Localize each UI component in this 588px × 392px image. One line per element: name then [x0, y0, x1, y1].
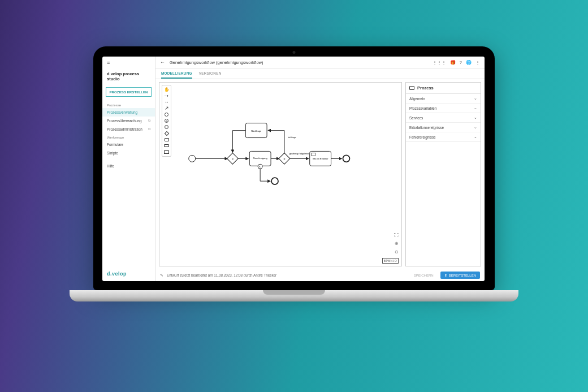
app-screen: ≡ d.velop process studio PROZESS ERSTELL… — [102, 57, 485, 281]
property-row-label: Prozessvariablen — [409, 106, 436, 110]
status-text: Entwurf zuletzt bearbeitet am 11.08.2023… — [167, 273, 276, 277]
diagram-node-info[interactable]: Info an Ersteller — [313, 157, 328, 160]
sidebar-item-prozessverwaltung[interactable]: Prozessverwaltung — [102, 108, 155, 117]
diagram-label-genehmigt: genehmigt / abgelehnt — [289, 153, 309, 155]
svg-text:⏱: ⏱ — [259, 165, 261, 168]
zoom-out-icon[interactable]: ⊖ — [394, 249, 399, 255]
svg-text:×: × — [232, 157, 234, 161]
tab-modellierung[interactable]: MODELLIERUNG — [161, 68, 192, 79]
property-row-allgemein[interactable]: Allgemein ⌄ — [406, 94, 481, 104]
zoom-in-icon[interactable]: ⊕ — [394, 241, 399, 246]
property-header: Prozess — [406, 83, 481, 94]
nav-section-tools: Werkzeuge — [102, 133, 155, 140]
workspace: ✋ ⇢ ↔ ↗ — [155, 79, 485, 269]
property-row-prozessvariablen[interactable]: Prozessvariablen ⌄ — [406, 104, 481, 113]
gift-icon[interactable]: 🎁 — [450, 60, 456, 65]
apps-grid-icon[interactable]: ⋮⋮⋮ — [433, 60, 446, 65]
laptop-notch — [263, 290, 325, 295]
footer: ✎ Entwurf zuletzt bearbeitet am 11.08.20… — [155, 269, 485, 281]
bpmn-io-badge[interactable]: BPMN.IO — [382, 258, 399, 264]
publish-button[interactable]: ⬆ BEREITSTELLEN — [440, 272, 480, 279]
app-title: d.velop process studio — [102, 69, 155, 85]
camera-dot — [293, 51, 296, 54]
property-panel: Prozess Allgemein ⌄ Prozessvariablen ⌄ S… — [405, 82, 481, 266]
external-link-icon: ⧉ — [148, 127, 150, 131]
pencil-icon: ✎ — [160, 273, 163, 278]
sidebar-item-label: Skripte — [107, 151, 118, 155]
sidebar-item-prozessadministration[interactable]: Prozessadministration ⧉ — [102, 125, 155, 133]
property-row-eskalation[interactable]: Eskalationsereignisse ⌄ — [406, 123, 481, 132]
chevron-down-icon: ⌄ — [474, 96, 477, 101]
chevron-down-icon: ⌄ — [474, 125, 477, 130]
svg-point-17 — [271, 178, 278, 184]
topbar-icons: ⋮⋮⋮ 🎁 ? 🌐 ⋮ — [433, 60, 480, 65]
upload-icon: ⬆ — [444, 273, 447, 277]
sidebar-item-prozessueberwachung[interactable]: Prozessüberwachung ⧉ — [102, 117, 155, 125]
property-row-fehler[interactable]: Fehlerereignisse ⌄ — [406, 132, 481, 142]
sidebar-item-skripte[interactable]: Skripte — [102, 149, 155, 157]
tabs: MODELLIERUNG VERSIONEN — [155, 68, 485, 79]
chevron-down-icon: ⌄ — [474, 135, 477, 139]
external-link-icon: ⧉ — [148, 119, 150, 123]
laptop-bezel: ≡ d.velop process studio PROZESS ERSTELL… — [93, 46, 495, 290]
property-title: Prozess — [417, 85, 434, 91]
create-process-button[interactable]: PROZESS ERSTELLEN — [106, 87, 152, 97]
brand-logo: d.velop — [102, 266, 155, 281]
globe-icon[interactable]: 🌐 — [466, 60, 472, 65]
zoom-controls: ⛶ ⊕ ⊖ — [394, 232, 399, 255]
help-icon[interactable]: ? — [460, 60, 462, 65]
tab-versionen[interactable]: VERSIONEN — [199, 68, 222, 79]
diagram-node-rueckfrage[interactable]: Rückfrage — [251, 130, 262, 132]
sidebar-item-label: Hilfe — [107, 164, 114, 168]
property-row-label: Eskalationsereignisse — [409, 126, 444, 130]
hamburger-icon[interactable]: ≡ — [102, 57, 155, 69]
publish-label: BEREITSTELLEN — [449, 274, 476, 277]
property-row-label: Allgemein — [409, 97, 425, 101]
diagram-label-rueckfrage: rückfrage — [288, 136, 296, 139]
diagram-node-genehmigung[interactable]: Genehmigung — [253, 157, 267, 160]
back-arrow-icon[interactable]: ← — [160, 59, 165, 65]
process-icon — [409, 86, 414, 90]
page-title: Genehmigungsworkflow (genehmigungsworkfl… — [170, 60, 428, 65]
chevron-down-icon: ⌄ — [474, 106, 477, 110]
sidebar-item-label: Formulare — [107, 143, 123, 147]
kebab-menu-icon[interactable]: ⋮ — [475, 60, 480, 65]
topbar: ← Genehmigungsworkflow (genehmigungswork… — [155, 57, 485, 68]
svg-text:×: × — [283, 157, 286, 161]
svg-point-15 — [343, 155, 349, 162]
sidebar: ≡ d.velop process studio PROZESS ERSTELL… — [102, 57, 155, 281]
main-area: ← Genehmigungsworkflow (genehmigungswork… — [155, 57, 485, 281]
property-row-label: Services — [409, 116, 423, 120]
laptop-frame: ≡ d.velop process studio PROZESS ERSTELL… — [93, 46, 495, 301]
laptop-base — [70, 290, 518, 301]
nav-section-processes: Prozesse — [102, 101, 155, 108]
fit-viewport-icon[interactable]: ⛶ — [394, 232, 399, 238]
sidebar-item-formulare[interactable]: Formulare — [102, 140, 155, 149]
sidebar-item-label: Prozessverwaltung — [107, 110, 137, 114]
property-row-services[interactable]: Services ⌄ — [406, 113, 481, 123]
property-row-label: Fehlerereignisse — [409, 135, 436, 139]
canvas-container: ✋ ⇢ ↔ ↗ — [159, 82, 402, 266]
sidebar-item-hilfe[interactable]: Hilfe — [102, 162, 155, 170]
sidebar-item-label: Prozessadministration — [107, 127, 142, 131]
sidebar-item-label: Prozessüberwachung — [107, 119, 141, 123]
bpmn-canvas[interactable]: × Genehmigung ⏱ × — [159, 83, 401, 257]
save-button[interactable]: SPEICHERN — [410, 272, 437, 279]
svg-point-0 — [189, 155, 196, 162]
chevron-down-icon: ⌄ — [474, 115, 477, 120]
